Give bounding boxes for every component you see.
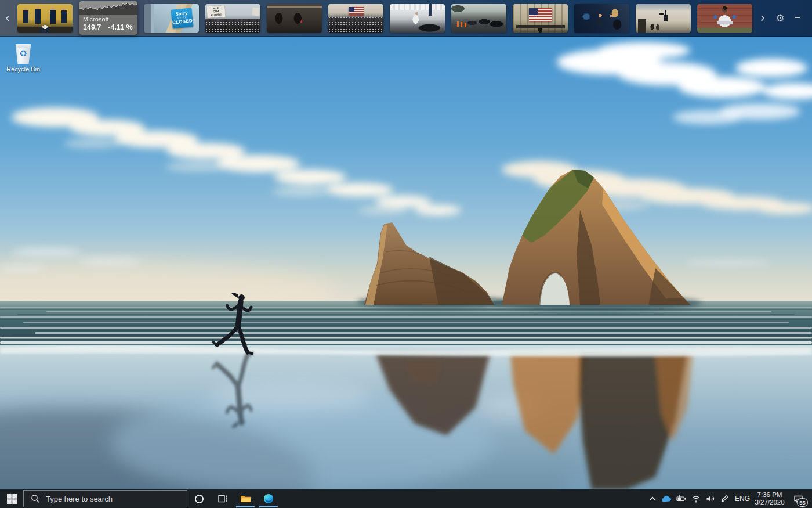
stock-sparkline-chart (79, 1, 137, 15)
news-thumbnail-closed-sign[interactable]: Sorry WE'RE CLOSED (144, 4, 199, 33)
language-indicator[interactable]: ENG (732, 495, 753, 503)
news-minimize-button[interactable]: – (789, 10, 806, 23)
recycle-bin-icon[interactable]: ♻ Recycle Bin (3, 44, 43, 73)
beach-wallpaper-art (0, 36, 812, 489)
news-thumbnail-closed-storefront[interactable] (267, 4, 322, 33)
news-settings-gear-icon[interactable]: ⚙ (771, 12, 789, 24)
task-view-button[interactable] (211, 489, 234, 508)
battery-icon[interactable] (674, 489, 688, 508)
news-thumbnail-football-player[interactable] (697, 4, 752, 33)
running-app-indicator (259, 506, 278, 507)
file-explorer-icon (240, 494, 251, 503)
tray-chevron-up-icon[interactable] (645, 489, 659, 508)
pen-icon[interactable] (717, 489, 732, 508)
news-next-button[interactable]: › (754, 0, 771, 36)
news-thumbnail-building-lantern[interactable] (636, 4, 691, 33)
protest-placard: R.I.P OUR FUTURE (206, 5, 225, 17)
cortana-button[interactable] (187, 489, 211, 508)
stock-company-name: Microsoft (83, 16, 133, 23)
file-explorer-button[interactable] (234, 489, 257, 508)
news-thumbnail-stock-exchange-flag[interactable] (513, 4, 568, 33)
system-tray: ENG 7:36 PM 3/27/2020 55 (645, 489, 812, 508)
clock-time: 7:36 PM (753, 491, 786, 499)
news-thumbnail-oval-office-signing[interactable] (17, 4, 72, 33)
rally-crowd (328, 17, 383, 33)
notification-count-badge: 55 (797, 498, 808, 507)
task-view-icon (217, 494, 227, 503)
windows-logo-icon (7, 494, 17, 504)
recycle-arrows-icon: ♻ (14, 49, 32, 57)
news-thumbnail-car-factory[interactable] (390, 4, 445, 33)
nyse-us-flag (529, 8, 552, 21)
recycle-bin-image: ♻ (14, 44, 32, 64)
stock-price: 149.7 (83, 23, 101, 31)
speaker-icon[interactable] (703, 489, 717, 508)
clock-date: 3/27/2020 (753, 499, 786, 506)
start-button[interactable] (0, 489, 23, 508)
us-flag (349, 7, 364, 16)
edge-button[interactable] (257, 489, 280, 508)
news-thumbnail-street-traffic[interactable] (451, 4, 506, 33)
cortana-circle-icon (194, 494, 204, 504)
news-ticker-bar: ‹ Microsoft 149.7 -4.11 % (0, 0, 812, 37)
wifi-icon[interactable] (688, 489, 703, 508)
action-center-button[interactable]: 55 (786, 489, 810, 508)
windows-desktop: ‹ Microsoft 149.7 -4.11 % (0, 0, 812, 508)
onedrive-cloud-icon[interactable] (659, 489, 674, 508)
clock[interactable]: 7:36 PM 3/27/2020 (753, 491, 786, 506)
news-thumbnail-strip: Microsoft 149.7 -4.11 % Sorry WE'RE CLOS… (17, 1, 752, 35)
recycle-bin-label: Recycle Bin (3, 66, 43, 73)
protest-crowd (205, 19, 260, 32)
taskbar: ENG 7:36 PM 3/27/2020 55 (0, 489, 812, 508)
search-input[interactable] (45, 494, 175, 504)
running-app-indicator (236, 506, 255, 507)
search-icon (31, 494, 40, 503)
news-thumbnail-protest[interactable]: R.I.P OUR FUTURE (205, 4, 260, 33)
closed-sign: Sorry WE'RE CLOSED (171, 8, 193, 29)
edge-icon (263, 493, 274, 504)
news-thumbnail-crowd-us-flag[interactable] (328, 4, 383, 33)
news-thumbnail-microsoft-stock[interactable]: Microsoft 149.7 -4.11 % (79, 1, 137, 35)
news-prev-button[interactable]: ‹ (0, 0, 15, 36)
protest-placard-2 (252, 7, 259, 16)
news-thumbnail-press-briefing[interactable] (574, 4, 629, 33)
stock-change: -4.11 % (108, 23, 132, 31)
taskbar-search-box[interactable] (23, 490, 187, 507)
desktop-wallpaper: ♻ Recycle Bin (0, 36, 812, 489)
